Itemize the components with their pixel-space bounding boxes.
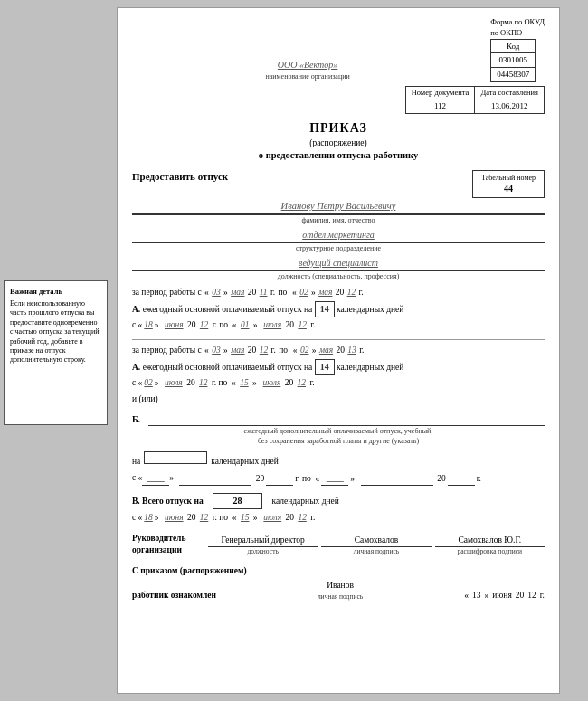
about-title: о предоставлении отпуска работнику [132, 149, 545, 163]
doc-date-header: Дата составления [475, 86, 545, 99]
aware-quote-open: « [464, 590, 469, 602]
to-month-2: мая [319, 345, 333, 356]
aware-month: июня [492, 590, 512, 602]
from2-year-2: 12 [199, 377, 208, 389]
from2-month-1: июня [165, 319, 184, 331]
b-from-year [266, 485, 293, 486]
to2-year-2: 12 [298, 377, 307, 389]
b-label: Б. [132, 413, 148, 426]
sig-sign-group: Самохвалов личная подпись [321, 535, 431, 557]
person-name-line: Иванову Петру Васильевичу [132, 200, 545, 214]
header-area: Номер документа Дата составления 112 13.… [132, 86, 545, 114]
period-label-1: за период работы с [132, 287, 202, 298]
from-month-2: мая [231, 345, 244, 356]
to-label-2: по [279, 345, 288, 356]
to2-month-2: июля [263, 377, 281, 389]
na-label: на [132, 456, 140, 468]
main-title: ПРИКАЗ [132, 119, 545, 137]
aware-sign-val: Иванов [327, 581, 354, 590]
kod-label: Код [491, 39, 536, 53]
a-label-2: А. [132, 362, 140, 374]
to-label-1: по [278, 287, 287, 298]
head-label-2: организации [132, 545, 204, 556]
predostavit-section: Предоставить отпуск Табельный номер 44 [132, 170, 545, 198]
sig-position-line: Генеральный директор [208, 535, 318, 547]
sig-sign-val: Самохвалов [355, 535, 398, 545]
from-year-2: 12 [260, 345, 269, 356]
dept: отдел маркетинга [132, 229, 545, 242]
b-desc1: ежегодный дополнительный оплачиваемый от… [132, 426, 545, 436]
okpo-row: по ОКПО [490, 28, 545, 39]
date-range-2: с «02» июля 20 12 г. по « 15 » июля 20 1… [132, 377, 545, 389]
sig-sign-label: личная подпись [354, 547, 399, 557]
v-from-year: 12 [200, 512, 209, 524]
b-row: Б. [132, 413, 545, 426]
doc-num-header: Номер документа [405, 86, 475, 99]
from2-day-2: 02 [144, 377, 153, 389]
position-label: должность (специальность, профессия) [132, 270, 545, 281]
aware-fields-row: работник ознакомлен Иванов личная подпис… [132, 580, 545, 602]
sig-position-group: Генеральный директор должность [208, 535, 318, 557]
a-text-2: ежегодный основной оплачиваемый отпуск н… [143, 362, 313, 374]
doc-num-date-box: Номер документа Дата составления 112 13.… [405, 86, 545, 114]
v-from-day: 18 [144, 512, 153, 524]
v-to-month: июля [263, 512, 281, 524]
doc-num-val: 112 [405, 99, 475, 114]
divider-1 [132, 339, 545, 340]
to2-day-2: 15 [240, 377, 249, 389]
aware-sign-label: личная подпись [318, 592, 363, 602]
org-label: наименование организации [132, 71, 483, 81]
okud-block: Форма по ОКУД по ОКПО Код 0301005 044583… [490, 17, 545, 82]
section-b: Б. ежегодный дополнительный оплачиваемый… [132, 413, 545, 446]
a-calendar-2: календарных дней [337, 362, 403, 374]
tabel-label: Табельный номер [480, 173, 536, 183]
doc-date-val: 13.06.2012 [475, 99, 545, 114]
tabel-num: 44 [480, 183, 536, 195]
v-calendar: календарных дней [271, 496, 338, 507]
aware-section: С приказом (распоряжением) работник озна… [132, 565, 545, 602]
period-row-1: за период работы с « 03 » мая 20 11 г. п… [132, 287, 545, 298]
b-from-day: ____ [142, 472, 169, 485]
from-day-2: 03 [212, 345, 221, 356]
from2-year-1: 12 [200, 319, 209, 331]
aware-sign-group: Иванов личная подпись [220, 580, 460, 602]
org-section: ООО «Вектор» наименование организации [132, 59, 483, 81]
sig-decrypt-line: Самохвалов Ю.Г. [435, 535, 545, 547]
aware-g: г. [540, 590, 545, 602]
to-year-2: 13 [347, 345, 356, 356]
date-range-1: с «18» июня 20 12 г. по « 01 » июля 20 1… [132, 319, 545, 331]
sig-decrypt-group: Самохвалов Ю.Г. расшифровка подписи [435, 535, 545, 557]
v-total: 28 [213, 493, 262, 509]
note-text: Если неиспользованную часть прошлого отп… [10, 299, 101, 365]
dept-line: отдел маркетинга [132, 229, 545, 242]
sig-decrypt-label: расшифровка подписи [458, 547, 523, 557]
sig-position-val: Генеральный директор [222, 535, 305, 545]
aware-label2: работник ознакомлен [132, 590, 216, 602]
section-v: В. Всего отпуск на 28 календарных дней с… [132, 493, 545, 524]
okud-table: Код 0301005 04458307 [490, 39, 536, 82]
b-days-input[interactable] [144, 451, 207, 464]
header-org-row: ООО «Вектор» наименование организации Фо… [132, 17, 545, 82]
to-year-1: 12 [347, 287, 356, 298]
period-row-2: за период работы с « 03 » мая 20 12 г. п… [132, 345, 545, 356]
position-line: ведущий специалист [132, 257, 545, 270]
sidebar-note: Важная деталь Если неиспользованную част… [4, 280, 108, 425]
sig-decrypt-val: Самохвалов Ю.Г. [458, 535, 521, 545]
b-to-year [448, 485, 475, 486]
person-name: Иванову Петру Васильевичу [132, 200, 545, 213]
to2-year-1: 12 [298, 319, 307, 331]
org-name: ООО «Вектор» [132, 59, 483, 71]
from-month-1: мая [231, 287, 244, 298]
a-label-1: А. [132, 304, 140, 316]
v-date-range: с «18» июня 20 12 г. по « 15 » июля 20 1… [132, 512, 545, 524]
dept-label: структурное подразделение [132, 242, 545, 253]
sig-sign-line: Самохвалов [321, 535, 431, 547]
b-to-day: ____ [321, 472, 348, 485]
to2-month-1: июля [263, 319, 281, 331]
b-from-month [179, 485, 251, 486]
v-from-month: июня [165, 512, 184, 524]
head-label: Руководитель организации [132, 533, 204, 557]
aware-year: 12 [527, 590, 536, 602]
document: ООО «Вектор» наименование организации Фо… [117, 7, 560, 694]
v-total-row: В. Всего отпуск на 28 календарных дней [132, 493, 545, 509]
